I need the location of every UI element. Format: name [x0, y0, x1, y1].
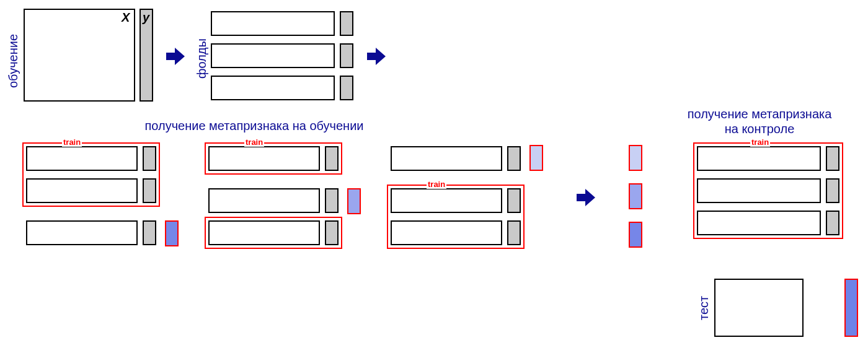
- svg-marker-2: [577, 189, 595, 206]
- g2-prediction: [347, 188, 361, 214]
- g2-train-label: train: [244, 137, 264, 147]
- train-x-matrix: [24, 9, 135, 102]
- test-x-matrix: [714, 279, 804, 337]
- label-training: обучение: [6, 17, 20, 104]
- g1-fold-x-3: [26, 220, 138, 245]
- x-symbol: X: [122, 11, 130, 25]
- ctrl-train-outline: [693, 142, 843, 239]
- ctrl-train-label: train: [750, 137, 770, 147]
- y-symbol: y: [143, 11, 149, 25]
- g3-fold-x-1: [391, 146, 502, 171]
- svg-marker-1: [367, 48, 386, 65]
- arrow-train-to-folds: [166, 48, 187, 66]
- label-meta-on-control-line1: получение метапризнака: [663, 107, 856, 121]
- g2-fold-y-2: [325, 188, 339, 213]
- g2-train-outline-a: [205, 142, 342, 175]
- fold-x-1: [211, 11, 335, 36]
- g3-prediction: [529, 145, 543, 171]
- meta-pred-1: [629, 145, 642, 171]
- g1-fold-y-3: [143, 220, 156, 245]
- fold-x-2: [211, 43, 335, 68]
- label-test: тест: [697, 280, 711, 336]
- fold-y-3: [340, 76, 353, 100]
- g3-fold-y-1: [507, 146, 521, 171]
- fold-y-2: [340, 43, 353, 68]
- arrow-folds-to-meta: [367, 48, 388, 66]
- fold-y-1: [340, 11, 353, 36]
- g1-train-label: train: [62, 137, 82, 147]
- g1-prediction: [165, 220, 179, 246]
- test-prediction: [844, 279, 858, 337]
- svg-marker-0: [166, 48, 185, 65]
- label-meta-on-train: получение метапризнака на обучении: [130, 119, 378, 133]
- meta-pred-3: [629, 222, 642, 248]
- meta-pred-2: [629, 183, 642, 209]
- fold-x-3: [211, 76, 335, 100]
- g2-train-outline-b: [205, 217, 342, 249]
- label-folds: фолды: [195, 25, 209, 93]
- label-meta-on-control-line2: на контроле: [663, 122, 856, 136]
- g2-fold-x-2: [208, 188, 320, 213]
- g1-train-outline: [22, 142, 160, 207]
- g3-train-label: train: [427, 180, 446, 189]
- g3-train-outline: [387, 185, 525, 249]
- arrow-meta-combine: [577, 189, 598, 207]
